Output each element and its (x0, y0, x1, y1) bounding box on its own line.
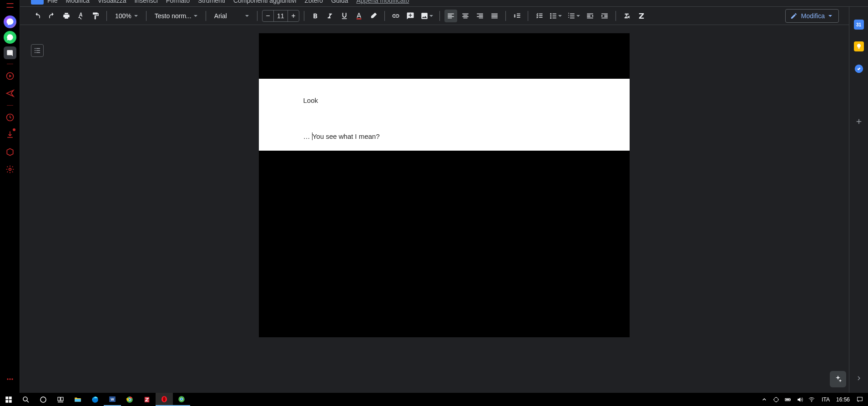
sidebar-separator (7, 64, 13, 64)
editing-mode-select[interactable]: Modifica (785, 9, 839, 23)
document-page: Look … You see what I mean? (259, 33, 630, 337)
svg-rect-21 (58, 401, 63, 402)
underline-button[interactable] (338, 10, 351, 22)
zoom-select[interactable]: 100% (111, 10, 141, 22)
font-size-increase[interactable]: + (288, 10, 299, 21)
numbered-list-button[interactable] (565, 10, 582, 22)
align-left-button[interactable] (444, 10, 457, 22)
tray-chevron-icon[interactable] (761, 396, 768, 403)
line-spacing-button[interactable] (510, 10, 523, 22)
zotero-taskbar-icon[interactable] (138, 393, 156, 406)
file-explorer-icon[interactable] (69, 393, 86, 406)
italic-button[interactable] (323, 10, 336, 22)
system-tray[interactable] (761, 396, 815, 403)
wifi-icon[interactable] (808, 396, 815, 403)
align-justify-button[interactable] (488, 10, 501, 22)
insert-link-button[interactable] (389, 10, 402, 22)
docs-logo-icon[interactable] (31, 0, 44, 5)
start-button[interactable] (0, 393, 17, 406)
clock[interactable]: 16:56 (836, 396, 850, 403)
location-icon[interactable] (772, 396, 780, 403)
svg-text:W: W (111, 397, 114, 401)
document-area: Look … You see what I mean? (20, 25, 868, 393)
menu-zotero[interactable]: Zotero (304, 0, 323, 4)
menu-visualizza[interactable]: Visualizza (98, 0, 126, 4)
menu-componenti[interactable]: Componenti aggiuntivi (233, 0, 297, 4)
tasks-icon[interactable] (853, 63, 864, 74)
bold-button[interactable] (309, 10, 322, 22)
page-content[interactable]: Look … You see what I mean? (259, 79, 630, 151)
align-center-button[interactable] (459, 10, 472, 22)
settings-icon[interactable] (3, 162, 17, 177)
volume-icon[interactable] (796, 396, 803, 403)
redo-button[interactable] (45, 10, 58, 22)
spellcheck-button[interactable] (75, 10, 87, 22)
task-view-button[interactable] (52, 393, 69, 406)
text-color-button[interactable] (353, 10, 365, 22)
whatsapp-icon[interactable] (4, 31, 16, 44)
menu-guida[interactable]: Guida (331, 0, 348, 4)
style-value: Testo norm... (155, 12, 191, 20)
text-line: … You see what I mean? (303, 127, 585, 145)
keep-icon[interactable] (854, 41, 864, 51)
text-fragment: You see what I mean? (313, 132, 380, 140)
word-icon[interactable]: W (104, 393, 121, 406)
font-size-decrease[interactable]: − (262, 10, 273, 21)
align-right-button[interactable] (474, 10, 486, 22)
svg-point-31 (163, 396, 166, 401)
cortana-button[interactable] (35, 393, 52, 406)
cube-icon[interactable] (3, 145, 17, 159)
font-size-value[interactable]: 11 (273, 10, 288, 21)
decrease-indent-button[interactable] (584, 10, 596, 22)
opera-menu-icon[interactable] (3, 0, 17, 13)
explore-button[interactable] (830, 371, 846, 387)
svg-rect-38 (786, 399, 790, 400)
svg-point-7 (11, 378, 13, 380)
svg-point-34 (181, 398, 183, 400)
play-circle-icon[interactable] (3, 69, 17, 83)
chrome-icon-2[interactable] (173, 393, 190, 406)
edge-icon[interactable] (86, 393, 104, 406)
download-icon[interactable] (3, 127, 17, 142)
add-addon-button[interactable] (853, 116, 864, 127)
print-button[interactable] (60, 10, 73, 22)
search-button[interactable] (17, 393, 35, 406)
send-icon[interactable] (3, 86, 17, 101)
insert-image-button[interactable] (419, 10, 435, 22)
svg-point-5 (7, 378, 8, 380)
messenger-icon[interactable] (4, 15, 16, 28)
highlight-button[interactable] (367, 10, 380, 22)
undo-button[interactable] (31, 10, 44, 22)
document-scroll[interactable]: Look … You see what I mean? (20, 25, 868, 393)
history-icon[interactable] (3, 110, 17, 125)
svg-rect-13 (5, 396, 8, 399)
clear-formatting-button[interactable] (621, 10, 633, 22)
more-icon[interactable] (3, 372, 17, 386)
paint-format-button[interactable] (89, 10, 102, 22)
svg-rect-37 (790, 399, 791, 400)
paragraph-style-select[interactable]: Testo norm... (151, 10, 201, 22)
input-language[interactable]: ITA (822, 396, 830, 403)
insert-comment-button[interactable] (404, 10, 417, 22)
outline-toggle-button[interactable] (31, 44, 44, 57)
battery-icon[interactable] (784, 396, 792, 403)
discord-icon[interactable] (4, 46, 16, 59)
bulleted-list-button[interactable] (547, 10, 564, 22)
increase-indent-button[interactable] (598, 10, 611, 22)
menu-formato[interactable]: Formato (166, 0, 190, 4)
windows-taskbar: W ITA 16:56 (0, 393, 868, 406)
zotero-button[interactable] (635, 10, 648, 22)
checklist-button[interactable] (533, 10, 545, 22)
menu-file[interactable]: File (47, 0, 58, 4)
menu-inserisci[interactable]: Inserisci (134, 0, 157, 4)
font-select[interactable]: Arial (211, 10, 252, 22)
menu-strumenti[interactable]: Strumenti (198, 0, 225, 4)
hide-sidepanel-button[interactable] (853, 372, 865, 385)
chrome-icon[interactable] (121, 393, 138, 406)
opera-icon[interactable] (156, 393, 173, 406)
toolbar-separator (206, 11, 206, 21)
menu-modifica[interactable]: Modifica (66, 0, 90, 4)
last-edited[interactable]: Appena modificato (356, 0, 409, 4)
calendar-icon[interactable]: 31 (854, 20, 864, 30)
notifications-icon[interactable] (856, 396, 863, 403)
